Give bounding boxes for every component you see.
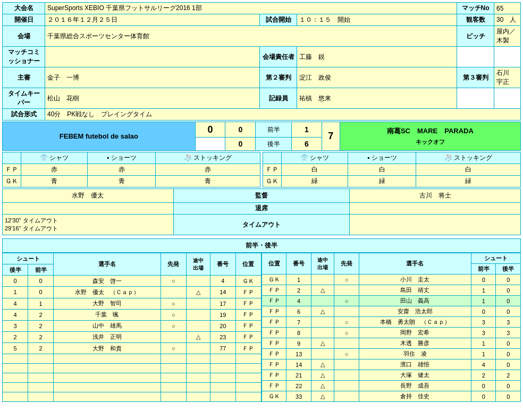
fp-label-right: ＦＰ <box>263 164 282 176</box>
player-name: 木透 勝彦 <box>359 338 471 349</box>
fp-shirt-left: 赤 <box>21 164 88 176</box>
venue-manager-label: 会場責任者 <box>260 47 297 67</box>
shorts-label-left: ▪ ショーツ <box>88 152 156 164</box>
right-team-name: 南葛SC MARE PARADA <box>344 126 516 136</box>
player-name: 大野 智司 <box>54 298 161 309</box>
ref2-label: 第２審判 <box>260 67 297 88</box>
player-name: 本橋 勇太朗 （Ｃａｐ） <box>359 317 471 328</box>
manager-table: 水野 優太 監督 古川 将士 退席 12'30" タイムアウト29'16" タイ… <box>2 188 521 235</box>
fp-shirt-right: 白 <box>282 164 348 176</box>
timeout-label: タイムアウト <box>173 215 350 235</box>
retirement-label: 退席 <box>173 203 350 215</box>
table-row: ＦＰ6△ 安齋 浩太郎 00 <box>262 306 521 317</box>
player-name: 浅井 正明 <box>54 331 161 342</box>
player-name: 田山 義高 <box>359 296 471 306</box>
gk-label-right: ＧＫ <box>263 176 282 187</box>
table-row: 22 浅井 正明 △23ＦＰ <box>3 331 262 342</box>
table-row: ＦＰ21△ 大塚 健太 22 <box>262 370 521 381</box>
total-score-right: 7 <box>322 122 340 151</box>
venue-label: 会場 <box>3 26 45 47</box>
player-name: 濱口 雄悟 <box>359 359 471 370</box>
empty-row <box>3 373 262 383</box>
table-row: ＦＰ7○ 本橋 勇太朗 （Ｃａｐ） 33 <box>262 317 521 328</box>
shoot-second-header-right: 後半 <box>496 264 521 275</box>
venue-manager-value: 工藤 鋭 <box>297 47 457 67</box>
gk-stocking-right: 緑 <box>416 176 521 187</box>
shorts-label-right: ▪ ショーツ <box>348 152 416 164</box>
starter: ○ <box>161 276 186 287</box>
table-row: ＦＰ22△ 長野 成吾 00 <box>262 381 521 391</box>
header-table: 大会名 SuperSports XEBIO 千葉県フットサルリーグ2016 1部… <box>2 2 521 121</box>
empty-row <box>3 392 262 401</box>
match-no-label: マッチNo <box>457 3 494 14</box>
empty-row <box>3 382 262 392</box>
position: ＧＫ <box>235 276 261 287</box>
shoot-second: 0 <box>3 276 28 287</box>
途中-header-left: 途中出場 <box>186 253 210 276</box>
shoot-header-left: シュート <box>3 253 54 264</box>
player-name: 岡野 宏希 <box>359 328 471 338</box>
date-value: ２０１６年１２月２５日 <box>45 14 260 26</box>
timekeeper-value: 松山 花樹 <box>45 88 260 109</box>
player-name: 森安 啓一 <box>54 276 161 287</box>
shoot-second-header-left: 後半 <box>3 264 28 276</box>
start-label: 試合開始 <box>260 14 297 26</box>
table-row: ＦＰ4○ 田山 義高 10 <box>262 296 521 306</box>
table-row: 42 千葉 颯 ○19ＦＰ <box>3 309 262 320</box>
referee-value: 金子 一博 <box>45 67 260 88</box>
gk-shorts-left: 青 <box>88 176 156 187</box>
fp-label-left: ＦＰ <box>3 164 21 176</box>
first-half-score-right: 1 <box>292 122 322 138</box>
uniform-right-table: 👕 シャツ ▪ ショーツ 🧦 ストッキング ＦＰ 白 白 白 ＧＫ 緑 緑 緑 <box>263 152 521 187</box>
venue-value: 千葉県総合スポーツセンター体育館 <box>45 26 457 47</box>
player-name: 安齋 浩太郎 <box>359 306 471 317</box>
player-name: 水野 優太 （Ｃａｐ） <box>54 287 161 298</box>
fp-shorts-left: 赤 <box>88 164 156 176</box>
start-value: １０：１５ 開始 <box>297 14 457 26</box>
supervisor-label: 監督 <box>173 189 350 203</box>
player-name: 島田 靖丈 <box>359 285 471 296</box>
second-half-score-left: 0 <box>225 138 256 151</box>
right-manager-name: 古川 将士 <box>350 189 521 203</box>
left-manager-name: 水野 優太 <box>3 189 174 203</box>
second-half-label: 後半 <box>256 138 292 151</box>
pitch-value: 屋内／木製 <box>494 26 521 47</box>
date-label: 開催日 <box>3 14 45 26</box>
table-row: ＦＰ2△ 島田 靖丈 10 <box>262 285 521 296</box>
spectators-value: 30 人 <box>494 14 521 26</box>
second-half-score-right: 6 <box>292 138 322 151</box>
teams-table: FEBEM futebol de salao 0 0 前半 1 7 南葛SC M… <box>2 122 521 151</box>
kickoff-label: キックオフ <box>344 138 516 146</box>
gk-label-left: ＧＫ <box>3 176 21 187</box>
players-left-table: シュート 選手名 先発 途中出場 番号 位置 後半 前半 0 0 森安 啓一 ○… <box>2 253 262 402</box>
starter-header-left: 先発 <box>161 253 186 276</box>
shirt-label-right: 👕 シャツ <box>282 152 348 164</box>
total-score-left: 0 <box>195 122 225 138</box>
table-row: 52 大野 和貴 ○77ＦＰ <box>3 343 262 354</box>
途中-header-right: 途中出場 <box>311 253 334 275</box>
timekeeper-label: タイムキーパー <box>3 88 45 109</box>
fp-stocking-left: 赤 <box>156 164 260 176</box>
position-header-left: 位置 <box>235 253 261 276</box>
tournament-label: 大会名 <box>3 3 45 14</box>
recorder-value: 祐槙 悠来 <box>297 88 457 109</box>
shoot-first-header-right: 前半 <box>471 264 496 275</box>
name-header-left: 選手名 <box>54 253 161 276</box>
shoot-header-right: シュート <box>471 253 521 264</box>
table-row: ＧＫ1○ 小川 圭太 00 <box>262 275 521 285</box>
left-team-name: FEBEM futebol de salao <box>3 122 196 151</box>
players-right-table: 位置 番号 途中出場 先発 選手名 シュート 前半 後半 ＧＫ1○ 小川 圭太 … <box>262 253 521 402</box>
uniform-left-table: 👕 シャツ ▪ ショーツ 🧦 ストッキング ＦＰ 赤 赤 赤 ＧＫ 青 青 青 <box>2 152 260 187</box>
format-value: 40分 PK戦なし プレイングタイム <box>45 109 521 121</box>
player-name: 羽住 凌 <box>359 349 471 359</box>
player-name: 長野 成吾 <box>359 381 471 391</box>
shoot-first-header-left: 前半 <box>28 264 54 276</box>
ref3-label: 第３審判 <box>457 67 494 88</box>
empty-row <box>3 364 262 373</box>
ref3-value: 石川 宇正 <box>494 67 521 88</box>
player-name: 倉持 佳史 <box>359 391 471 402</box>
number: 4 <box>210 276 235 287</box>
gk-stocking-left: 青 <box>156 176 260 187</box>
fp-shorts-right: 白 <box>348 164 416 176</box>
match-no-value: 65 <box>494 3 521 14</box>
